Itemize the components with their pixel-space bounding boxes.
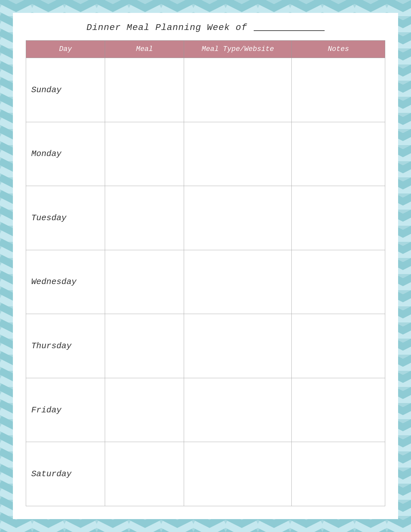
day-friday: Friday <box>26 378 105 442</box>
day-thursday: Thursday <box>26 314 105 378</box>
col-header-day: Day <box>26 41 105 58</box>
table-row: Monday <box>26 122 385 186</box>
meal-monday[interactable] <box>105 122 184 186</box>
type-sunday[interactable] <box>184 58 292 122</box>
meal-friday[interactable] <box>105 378 184 442</box>
notes-tuesday[interactable] <box>292 186 385 250</box>
notes-friday[interactable] <box>292 378 385 442</box>
table-row: Friday <box>26 378 385 442</box>
meal-planning-table: Day Meal Meal Type/Website Notes Sunday … <box>26 40 385 506</box>
type-saturday[interactable] <box>184 442 292 506</box>
table-row: Saturday <box>26 442 385 506</box>
meal-tuesday[interactable] <box>105 186 184 250</box>
table-row: Wednesday <box>26 250 385 314</box>
notes-sunday[interactable] <box>292 58 385 122</box>
meal-saturday[interactable] <box>105 442 184 506</box>
meal-sunday[interactable] <box>105 58 184 122</box>
col-header-type: Meal Type/Website <box>184 41 292 58</box>
notes-saturday[interactable] <box>292 442 385 506</box>
day-tuesday: Tuesday <box>26 186 105 250</box>
type-tuesday[interactable] <box>184 186 292 250</box>
notes-monday[interactable] <box>292 122 385 186</box>
page-title: Dinner Meal Planning Week of <box>86 23 247 33</box>
table-row: Sunday <box>26 58 385 122</box>
day-sunday: Sunday <box>26 58 105 122</box>
notes-thursday[interactable] <box>292 314 385 378</box>
notes-wednesday[interactable] <box>292 250 385 314</box>
meal-thursday[interactable] <box>105 314 184 378</box>
title-row: Dinner Meal Planning Week of <box>26 23 385 33</box>
type-thursday[interactable] <box>184 314 292 378</box>
meal-wednesday[interactable] <box>105 250 184 314</box>
table-row: Tuesday <box>26 186 385 250</box>
week-of-line[interactable] <box>254 25 325 31</box>
page-container: Dinner Meal Planning Week of Day Meal Me… <box>13 13 398 519</box>
table-header-row: Day Meal Meal Type/Website Notes <box>26 41 385 58</box>
type-wednesday[interactable] <box>184 250 292 314</box>
type-friday[interactable] <box>184 378 292 442</box>
col-header-meal: Meal <box>105 41 184 58</box>
type-monday[interactable] <box>184 122 292 186</box>
day-wednesday: Wednesday <box>26 250 105 314</box>
col-header-notes: Notes <box>292 41 385 58</box>
day-saturday: Saturday <box>26 442 105 506</box>
day-monday: Monday <box>26 122 105 186</box>
table-row: Thursday <box>26 314 385 378</box>
